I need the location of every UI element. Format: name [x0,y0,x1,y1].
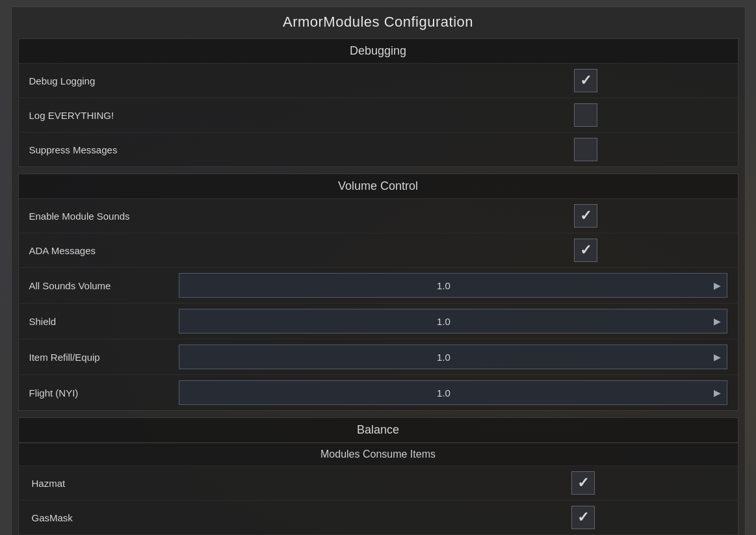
suppress-messages-label: Suppress Messages [29,144,172,155]
enable-module-sounds-checkbox[interactable] [574,204,597,228]
flight-nyi-label: Flight (NYI) [29,387,172,398]
volume-control-section: Volume Control Enable Module Sounds ADA … [18,174,738,411]
flight-nyi-row: Flight (NYI) 1.0 ▶ [19,375,738,410]
ada-messages-checkbox[interactable] [574,239,597,262]
gasmask-label: GasMask [32,512,175,523]
flight-nyi-slider[interactable]: 1.0 ▶ [179,380,727,405]
suppress-messages-row: Suppress Messages [19,133,738,166]
flight-nyi-arrow-right[interactable]: ▶ [709,381,727,404]
hazmat-checkbox-wrapper [571,471,595,495]
debug-logging-label: Debug Logging [29,75,172,86]
item-refill-equip-arrow-right[interactable]: ▶ [709,345,727,369]
hazmat-checkbox[interactable] [571,471,595,495]
log-everything-label: Log EVERYTHING! [29,110,172,121]
enable-module-sounds-row: Enable Module Sounds [19,199,738,233]
hazmat-row: Hazmat [19,466,738,501]
flight-nyi-slider-wrapper: 1.0 ▶ [179,380,727,405]
debug-logging-checkbox-wrapper [574,69,597,92]
suppress-messages-checkbox-wrapper [574,138,597,161]
shield-row: Shield 1.0 ▶ [19,304,738,339]
shield-slider[interactable]: 1.0 ▶ [179,309,727,333]
shield-slider-wrapper: 1.0 ▶ [179,309,727,333]
ada-messages-checkbox-wrapper [574,239,597,262]
shield-value: 1.0 [179,316,709,327]
page-title: ArmorModules Configuration [12,7,745,38]
modules-consume-items-section: Modules Consume Items Hazmat GasMask Jet… [19,443,738,535]
item-refill-equip-row: Item Refill/Equip 1.0 ▶ [19,339,738,375]
all-sounds-volume-slider-wrapper: 1.0 ▶ [179,273,727,298]
hazmat-label: Hazmat [32,478,175,489]
shield-label: Shield [29,316,172,327]
all-sounds-volume-arrow-right[interactable]: ▶ [709,274,727,297]
ada-messages-row: ADA Messages [19,233,738,268]
all-sounds-volume-slider[interactable]: 1.0 ▶ [179,273,727,298]
volume-control-header: Volume Control [19,174,738,199]
debug-logging-row: Debug Logging [19,64,738,98]
balance-section: Balance Modules Consume Items Hazmat Gas… [18,417,738,535]
gasmask-checkbox[interactable] [571,506,595,529]
all-sounds-volume-label: All Sounds Volume [29,280,172,291]
enable-module-sounds-checkbox-wrapper [574,204,597,228]
suppress-messages-checkbox[interactable] [574,138,597,161]
all-sounds-volume-row: All Sounds Volume 1.0 ▶ [19,268,738,304]
enable-module-sounds-label: Enable Module Sounds [29,211,172,222]
flight-nyi-value: 1.0 [179,387,709,398]
main-panel: ArmorModules Configuration Debugging Deb… [11,7,746,535]
item-refill-equip-value: 1.0 [179,352,709,363]
shield-arrow-right[interactable]: ▶ [709,309,727,333]
debugging-header: Debugging [19,39,738,64]
log-everything-checkbox-wrapper [574,103,597,127]
all-sounds-volume-value: 1.0 [179,280,709,291]
ada-messages-label: ADA Messages [29,245,172,256]
balance-header: Balance [19,418,738,443]
debugging-section: Debugging Debug Logging Log EVERYTHING! … [18,38,738,167]
debug-logging-checkbox[interactable] [574,69,597,92]
modules-consume-items-header: Modules Consume Items [19,443,738,466]
gasmask-row: GasMask [19,501,738,535]
item-refill-equip-slider-wrapper: 1.0 ▶ [179,345,727,369]
gasmask-checkbox-wrapper [571,506,595,529]
log-everything-checkbox[interactable] [574,103,597,127]
item-refill-equip-label: Item Refill/Equip [29,352,172,363]
item-refill-equip-slider[interactable]: 1.0 ▶ [179,345,727,369]
log-everything-row: Log EVERYTHING! [19,98,738,133]
